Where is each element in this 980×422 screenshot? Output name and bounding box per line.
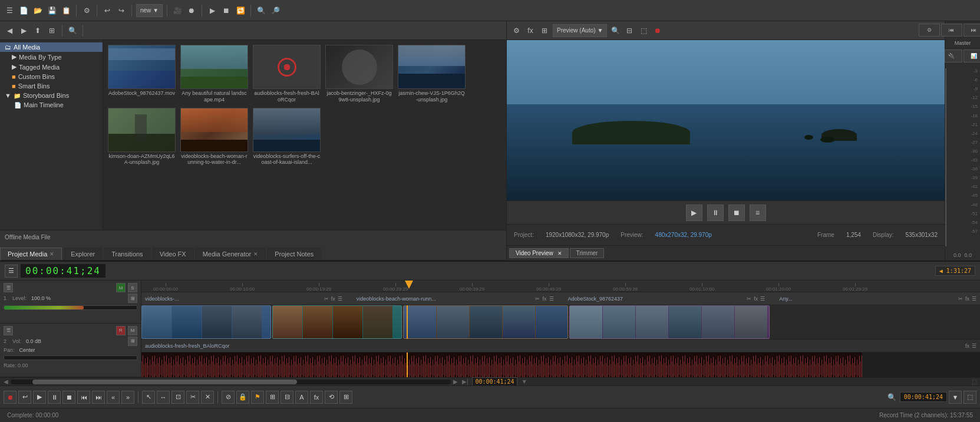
undo-icon[interactable]: ↩ [101, 5, 113, 17]
clip2-fx-icon[interactable]: fx [542, 296, 546, 302]
preview-tab-close[interactable]: ✕ [557, 250, 562, 256]
tl-play-btn[interactable]: ▶ [33, 391, 46, 404]
import-media-button[interactable]: new ▼ [136, 4, 163, 17]
media-item-file5[interactable]: jasmin-chew-VJS-1P6Gh2Q-unsplash.jpg [398, 45, 466, 103]
tl-pause-btn[interactable]: ⏸ [48, 391, 61, 404]
clip2-menu-icon[interactable]: ☰ [549, 296, 554, 302]
menu-icon[interactable]: ☰ [4, 5, 15, 17]
preview-fx-icon[interactable]: fx [524, 25, 536, 37]
preview-snap-icon[interactable]: ⊟ [623, 25, 635, 37]
play-icon[interactable]: ▶ [206, 5, 218, 17]
tab-media-generator[interactable]: Media Generator ✕ [195, 248, 266, 260]
settings-icon[interactable]: ⚙ [81, 5, 93, 17]
tl-move-btn[interactable]: ↔ [157, 391, 170, 404]
save-as-icon[interactable]: 📋 [60, 5, 72, 17]
clip4-cut-icon[interactable]: ✂ [958, 296, 963, 302]
sidebar-item-all-media[interactable]: 🗂 All Media [0, 42, 103, 52]
track-solo-btn1[interactable]: S [128, 283, 137, 292]
track-arm-btn2[interactable]: R [116, 326, 126, 335]
tl-timecode-btn[interactable]: ▼ [949, 391, 962, 404]
sidebar-item-main-timeline[interactable]: 📄 Main Timeline [0, 100, 103, 110]
track-collapse-btn2[interactable]: ⊞ [128, 337, 137, 346]
new-icon[interactable]: 📄 [18, 5, 29, 17]
tl-lock-btn[interactable]: 🔒 [236, 391, 249, 404]
tab-explorer[interactable]: Explorer [63, 248, 103, 260]
track-collapse-btn1[interactable]: ⊞ [128, 294, 137, 303]
tl-stop-btn[interactable]: ⏹ [62, 391, 75, 404]
tab-trimmer[interactable]: Trimmer [570, 248, 605, 258]
tc-menu-btn[interactable]: ☰ [5, 265, 18, 278]
media-item-file3[interactable]: ⏺ audioblocks-fresh-fresh-BAloRCqor [253, 45, 321, 103]
clip4-menu-icon[interactable]: ☰ [972, 296, 976, 302]
sidebar-item-tagged-media[interactable]: ▶ Tagged Media [0, 62, 103, 72]
preview-zoom-icon[interactable]: 🔍 [609, 25, 621, 37]
audio-fx-icon[interactable]: fx [965, 343, 969, 349]
redo-icon[interactable]: ↪ [116, 5, 127, 17]
clip1-menu-icon[interactable]: ☰ [338, 296, 342, 302]
up-icon[interactable]: ⬆ [32, 25, 44, 37]
clip4-fx-icon[interactable]: fx [965, 296, 969, 302]
tl-region-btn[interactable]: ⊞ [266, 391, 279, 404]
clip1-cut-icon[interactable]: ✂ [324, 296, 329, 302]
preview-stop-btn[interactable]: ⏹ [728, 205, 745, 221]
zoom-full-btn[interactable]: ⬚ [969, 378, 979, 386]
clip3-fx-icon[interactable]: fx [754, 296, 758, 302]
audio-menu-icon[interactable]: ☰ [972, 343, 976, 349]
tl-loop-btn[interactable]: ↩ [18, 391, 31, 404]
preview-list-btn[interactable]: ≡ [750, 205, 766, 221]
tl-zoom-icon[interactable]: 🔍 [886, 391, 898, 403]
scroll-right-btn[interactable]: ▶ [451, 378, 460, 386]
back-icon[interactable]: ◀ [4, 25, 15, 37]
import-dropdown-icon[interactable]: ▼ [153, 7, 159, 14]
tab-close-media-gen[interactable]: ✕ [253, 251, 258, 257]
media-item-file2[interactable]: Any beautiful natural landscape.mp4 [180, 45, 248, 103]
far-right-btn1[interactable]: ⚙ [919, 24, 940, 37]
tl-auto-btn[interactable]: A [295, 391, 308, 404]
sidebar-item-media-by-type[interactable]: ▶ Media By Type [0, 52, 103, 62]
media-item-file1[interactable]: AdobeStock_98762437.mov [108, 45, 176, 103]
track-menu-btn2[interactable]: ☰ [4, 326, 13, 335]
video-clip-2[interactable] [272, 305, 402, 339]
scrollbar-thumb[interactable] [32, 380, 296, 384]
scrollbar-track[interactable] [11, 380, 451, 384]
tl-ext-btn[interactable]: ⬚ [963, 391, 976, 404]
preview-pause-btn[interactable]: ⏸ [707, 205, 724, 221]
loop-icon[interactable]: 🔁 [235, 5, 246, 17]
eq-btn[interactable]: 📊 [963, 50, 981, 62]
tab-close-project-media[interactable]: ✕ [50, 251, 54, 257]
zoom-in-icon[interactable]: 🔍 [255, 5, 267, 17]
tl-select-btn[interactable]: ↖ [142, 391, 155, 404]
video-clip-1[interactable] [141, 305, 271, 339]
tab-video-preview[interactable]: Video Preview ✕ [509, 248, 569, 258]
media-item-file4[interactable]: jacob-bentzinger-_HXFz-0g9w8-unsplash.jp… [325, 45, 393, 103]
track-menu-btn1[interactable]: ☰ [4, 283, 13, 292]
sidebar-item-smart-bins[interactable]: ■ Smart Bins [0, 81, 103, 91]
video-clip-4[interactable] [569, 305, 770, 339]
far-right-btn3[interactable]: ⏭ [963, 24, 981, 37]
tl-ripple-btn[interactable]: ⊘ [222, 391, 235, 404]
tl-split-btn[interactable]: ✂ [186, 391, 199, 404]
preview-grid-icon[interactable]: ⊞ [539, 25, 550, 37]
tl-snap-btn[interactable]: ⊟ [281, 391, 293, 404]
timeline-scrollbar[interactable]: ◀ ▶ ▶| 00:00:41;24 ▼ ⬚ [0, 377, 980, 385]
media-search-icon[interactable]: 🔍 [67, 25, 78, 37]
sidebar-item-storyboard-bins[interactable]: ▼ 📁 Storyboard Bins [0, 91, 103, 100]
preview-ext-icon[interactable]: ⬚ [638, 25, 649, 37]
tl-slow-btn[interactable]: « [107, 391, 120, 404]
media-item-file7[interactable]: videoblocks-beach-woman-running-to-water… [180, 108, 248, 166]
open-icon[interactable]: 📂 [32, 5, 44, 17]
media-item-file6[interactable]: kimson-doan-AZMmUy2qL6A-unsplash.jpg [108, 108, 176, 166]
capture-icon[interactable]: 🎥 [171, 5, 183, 17]
tab-project-media[interactable]: Project Media ✕ [0, 248, 62, 260]
tab-project-notes[interactable]: Project Notes [267, 248, 321, 260]
zoom-out-icon[interactable]: 🔎 [269, 5, 281, 17]
clip3-cut-icon[interactable]: ✂ [747, 296, 751, 302]
tl-grid-btn[interactable]: ⊞ [339, 391, 352, 404]
preview-play-btn[interactable]: ▶ [686, 205, 702, 221]
sidebar-item-custom-bins[interactable]: ■ Custom Bins [0, 72, 103, 81]
clip1-fx-icon[interactable]: fx [331, 296, 335, 302]
preview-settings-icon[interactable]: ⚙ [510, 25, 522, 37]
track-mute-btn2[interactable]: M [128, 326, 137, 335]
stop-icon[interactable]: ⏹ [220, 5, 232, 17]
tl-loop2-btn[interactable]: ⟲ [325, 391, 338, 404]
